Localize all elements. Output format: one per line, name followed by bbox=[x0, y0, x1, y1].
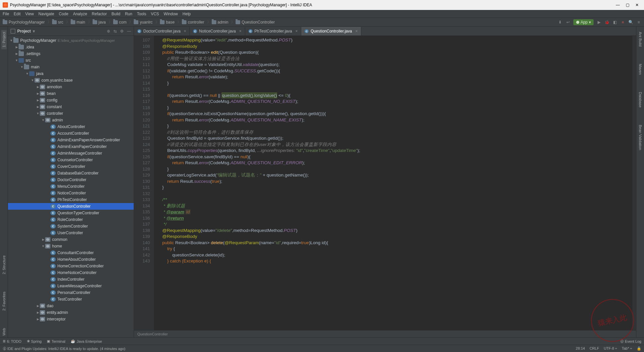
breadcrumb-item[interactable]: base bbox=[160, 20, 175, 25]
status-info-icon[interactable]: 🛈 bbox=[3, 347, 6, 351]
editor-tab[interactable]: CQuestionController.java× bbox=[301, 27, 361, 35]
breadcrumb-item[interactable]: src bbox=[52, 20, 63, 25]
breadcrumb-item[interactable]: PsychologyManager bbox=[3, 20, 45, 25]
sync-icon[interactable]: ↩ bbox=[565, 20, 571, 25]
menu-build[interactable]: Build bbox=[111, 12, 120, 16]
tree-node[interactable]: CTestController bbox=[8, 296, 134, 303]
search-icon[interactable]: 🔍 bbox=[628, 20, 633, 25]
ant-tool-tab[interactable]: Ant Build bbox=[638, 30, 643, 48]
menu-code[interactable]: Code bbox=[59, 12, 68, 16]
close-tab-icon[interactable]: × bbox=[355, 29, 358, 34]
tree-node[interactable]: ▶annotion bbox=[8, 84, 134, 90]
terminal-tool-tab[interactable]: ▣ Terminal bbox=[47, 339, 65, 343]
menu-navigate[interactable]: Navigate bbox=[38, 12, 54, 16]
tree-node[interactable]: CAdminExamPaperController bbox=[8, 143, 134, 150]
gear-icon[interactable]: ⚙ bbox=[120, 29, 124, 34]
tree-node[interactable]: ▼java bbox=[8, 70, 134, 77]
tree-node[interactable]: CAccountController bbox=[8, 130, 134, 137]
close-tab-icon[interactable]: × bbox=[184, 29, 186, 34]
lock-icon[interactable]: 🔒 bbox=[637, 346, 641, 351]
hide-icon[interactable]: — bbox=[127, 29, 131, 34]
menu-view[interactable]: View bbox=[25, 12, 34, 16]
menu-vcs[interactable]: VCS bbox=[151, 12, 159, 16]
java-ee-tool-tab[interactable]: ☕ Java Enterprise bbox=[71, 339, 102, 343]
database-tool-tab[interactable]: Database bbox=[638, 90, 643, 109]
run-config-selector[interactable]: ⬣ App ▾ bbox=[573, 19, 594, 25]
tree-node[interactable]: CUserController bbox=[8, 230, 134, 236]
editor-breadcrumb[interactable]: QuestionController bbox=[134, 330, 636, 337]
menu-run[interactable]: Run bbox=[125, 12, 132, 16]
tree-node[interactable]: CLeaveMessageController bbox=[8, 283, 134, 289]
status-message[interactable]: IDE and Plugin Updates: IntelliJ IDEA is… bbox=[7, 347, 125, 351]
tree-node[interactable]: CQuestionTypeController bbox=[8, 210, 134, 216]
menu-analyze[interactable]: Analyze bbox=[73, 12, 87, 16]
debug-icon[interactable]: 🐞 bbox=[604, 20, 609, 25]
tree-node[interactable]: ▼com.yuanlrc.base bbox=[8, 77, 134, 84]
stop-icon[interactable]: ■ bbox=[620, 20, 625, 25]
close-tab-icon[interactable]: × bbox=[239, 29, 242, 34]
tree-node[interactable]: CHomeNoticeController bbox=[8, 269, 134, 276]
menu-help[interactable]: Help bbox=[182, 12, 191, 16]
todo-tool-tab[interactable]: ≣ 6: TODO bbox=[3, 339, 22, 343]
menu-refactor[interactable]: Refactor bbox=[92, 12, 107, 16]
tree-node[interactable]: CHomeAboutController bbox=[8, 256, 134, 263]
run-icon[interactable]: ▶ bbox=[596, 20, 602, 25]
build-icon[interactable]: ⬇ bbox=[557, 20, 563, 25]
tree-node[interactable]: ▶common bbox=[8, 236, 134, 243]
coverage-icon[interactable]: ◧ bbox=[612, 20, 617, 25]
caret-position[interactable]: 28:14 bbox=[576, 346, 585, 351]
maven-tool-tab[interactable]: Maven bbox=[638, 62, 643, 77]
tree-node[interactable]: CHomeCorrectionController bbox=[8, 263, 134, 269]
error-stripe[interactable] bbox=[632, 36, 636, 330]
tree-node[interactable]: CPersonalController bbox=[8, 289, 134, 296]
menu-file[interactable]: File bbox=[3, 12, 9, 16]
tree-node[interactable]: ▶interceptor bbox=[8, 316, 134, 322]
close-button[interactable]: ✕ bbox=[635, 3, 639, 7]
breadcrumb-item[interactable]: main bbox=[71, 20, 85, 25]
project-tool-tab[interactable]: 1: Project bbox=[1, 30, 7, 49]
indent-info[interactable]: Tab* ÷ bbox=[622, 346, 632, 351]
tree-node[interactable]: ▶bean bbox=[8, 90, 134, 97]
favorites-tool-tab[interactable]: 2: Favorites bbox=[1, 290, 7, 313]
tree-node[interactable]: CAdminMessageController bbox=[8, 150, 134, 157]
tree-node[interactable]: CRoleController bbox=[8, 216, 134, 223]
tree-node[interactable]: ▶.idea bbox=[8, 44, 134, 50]
breadcrumb-item[interactable]: admin bbox=[212, 20, 229, 25]
tree-node[interactable]: CQuestionController bbox=[8, 203, 134, 210]
menu-tools[interactable]: Tools bbox=[137, 12, 146, 16]
tree-node[interactable]: ▼src bbox=[8, 57, 134, 64]
tree-node[interactable]: CNoticeController bbox=[8, 190, 134, 196]
tree-node[interactable]: ▶config bbox=[8, 97, 134, 104]
line-separator[interactable]: CRLF bbox=[590, 346, 599, 351]
tree-node[interactable]: CAboutController bbox=[8, 123, 134, 130]
spring-tool-tab[interactable]: ❀ Spring bbox=[27, 339, 42, 343]
close-tab-icon[interactable]: × bbox=[295, 29, 298, 34]
project-tree[interactable]: ▼PsychologyManagerE:\idea_space\Psycholo… bbox=[8, 36, 134, 337]
tree-node[interactable]: ▼main bbox=[8, 64, 134, 70]
tree-node[interactable]: CSystemController bbox=[8, 223, 134, 230]
settings-icon[interactable]: ≡ bbox=[636, 20, 641, 25]
event-log-tab[interactable]: 🛈 Event Log bbox=[620, 339, 641, 343]
menu-window[interactable]: Window bbox=[164, 12, 178, 16]
tree-node[interactable]: ▶.settings bbox=[8, 50, 134, 57]
code-body[interactable]: @RequestMapping(value="/edit",method=Req… bbox=[154, 36, 632, 330]
breadcrumb-item[interactable]: com bbox=[113, 20, 127, 25]
structure-tool-tab[interactable]: 2: Structure bbox=[1, 253, 7, 276]
editor-tab[interactable]: CNoticeController.java× bbox=[190, 27, 245, 35]
tree-node[interactable]: ▼admin bbox=[8, 117, 134, 123]
breadcrumb[interactable]: PsychologyManager〉src〉main〉java〉com〉yuan… bbox=[3, 19, 277, 25]
tree-node[interactable]: CPhTestController bbox=[8, 196, 134, 203]
minimize-button[interactable]: — bbox=[616, 3, 620, 7]
code-editor[interactable]: 1071081091101111121131141151161171181191… bbox=[134, 36, 636, 330]
tree-node[interactable]: CCoverController bbox=[8, 163, 134, 170]
bean-validation-tool-tab[interactable]: Bean Validation bbox=[638, 123, 643, 152]
tree-node[interactable]: ▶constant bbox=[8, 104, 134, 110]
collapse-icon[interactable]: ⇆ bbox=[113, 29, 117, 34]
editor-tab[interactable]: CDoctorController.java× bbox=[134, 27, 190, 35]
breadcrumb-item[interactable]: QuestionController bbox=[236, 20, 275, 25]
breadcrumb-item[interactable]: java bbox=[93, 20, 106, 25]
locate-icon[interactable]: ⊕ bbox=[107, 29, 110, 34]
tree-node[interactable]: CDoctorController bbox=[8, 176, 134, 183]
tree-node[interactable]: ▶dao bbox=[8, 303, 134, 309]
tree-node[interactable]: ▼PsychologyManagerE:\idea_space\Psycholo… bbox=[8, 37, 134, 44]
